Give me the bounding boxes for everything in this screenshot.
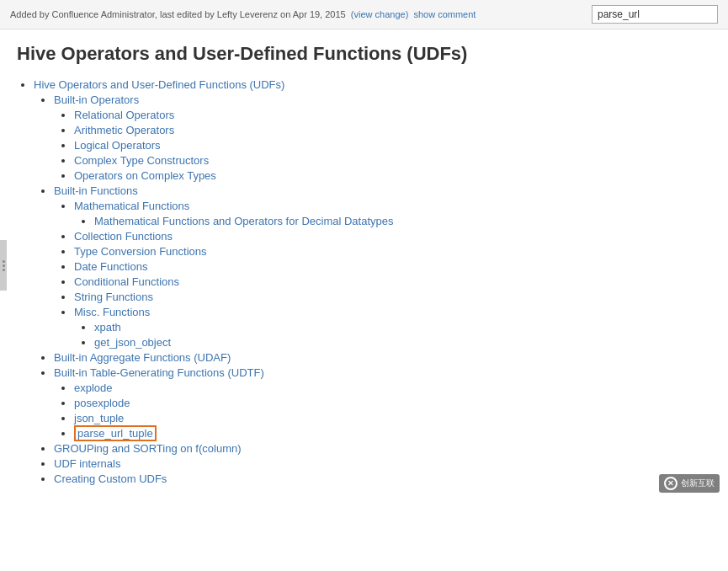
list-item: Built-in Aggregate Functions (UDAF): [54, 351, 711, 364]
list-item: Date Functions: [74, 260, 711, 273]
list-item: Operators on Complex Types: [74, 169, 711, 182]
list-item: String Functions: [74, 291, 711, 303]
search-input[interactable]: [592, 5, 718, 24]
builtin-aggregate-link[interactable]: Built-in Aggregate Functions (UDAF): [54, 351, 231, 364]
list-item: Mathematical Functions Mathematical Func…: [74, 200, 711, 227]
toc-level1: Built-in Operators Relational Operators …: [34, 93, 711, 485]
toc-level3: Mathematical Functions and Operators for…: [74, 215, 711, 227]
explode-link[interactable]: explode: [74, 382, 113, 394]
list-item: Collection Functions: [74, 230, 711, 243]
list-item: Creating Custom UDFs: [54, 472, 711, 485]
collection-functions-link[interactable]: Collection Functions: [74, 230, 173, 243]
toc-level2: Mathematical Functions Mathematical Func…: [54, 200, 711, 349]
list-item: posexplode: [74, 397, 711, 409]
list-item: explode: [74, 382, 711, 394]
misc-functions-link[interactable]: Misc. Functions: [74, 306, 150, 318]
type-conversion-functions-link[interactable]: Type Conversion Functions: [74, 245, 207, 258]
list-item: UDF internals: [54, 457, 711, 470]
get-json-object-link[interactable]: get_json_object: [94, 336, 171, 349]
parse-url-tuple-highlight: parse_url_tuple: [74, 425, 157, 441]
json-tuple-link[interactable]: json_tuple: [74, 412, 124, 424]
view-change-link[interactable]: (view change): [351, 9, 408, 19]
show-comment-link[interactable]: show comment: [413, 9, 476, 19]
mathematical-functions-link[interactable]: Mathematical Functions: [74, 200, 189, 212]
udf-internals-link[interactable]: UDF internals: [54, 457, 120, 470]
operators-complex-types-link[interactable]: Operators on Complex Types: [74, 169, 216, 182]
toc-root-item: Hive Operators and User-Defined Function…: [34, 78, 711, 485]
list-item: parse_url_tuple: [74, 427, 711, 440]
list-item: Mathematical Functions and Operators for…: [94, 215, 711, 227]
main-content: Hive Operators and User-Defined Function…: [0, 29, 728, 501]
xpath-link[interactable]: xpath: [94, 321, 121, 334]
grouping-sorting-link[interactable]: GROUPing and SORTing on f(column): [54, 442, 242, 455]
parse-url-tuple-link[interactable]: parse_url_tuple: [77, 427, 153, 440]
builtin-table-generating-link[interactable]: Built-in Table-Generating Functions (UDT…: [54, 366, 264, 379]
watermark-icon: ✕: [664, 477, 678, 490]
list-item: GROUPing and SORTing on f(column): [54, 442, 711, 455]
page-title: Hive Operators and User-Defined Function…: [17, 43, 711, 65]
list-item: Conditional Functions: [74, 275, 711, 288]
watermark-text: 创新互联: [681, 478, 715, 489]
date-functions-link[interactable]: Date Functions: [74, 260, 147, 273]
toc-level3: xpath get_json_object: [74, 321, 711, 349]
math-functions-decimal-link[interactable]: Mathematical Functions and Operators for…: [94, 215, 394, 227]
list-item: Arithmetic Operators: [74, 124, 711, 136]
toc-root: Hive Operators and User-Defined Function…: [17, 78, 711, 485]
conditional-functions-link[interactable]: Conditional Functions: [74, 275, 179, 288]
list-item: Logical Operators: [74, 139, 711, 152]
relational-operators-link[interactable]: Relational Operators: [74, 109, 174, 121]
meta-text: Added by Confluence Administrator, last …: [10, 9, 476, 19]
left-indicator: [0, 240, 7, 291]
creating-custom-udfs-link[interactable]: Creating Custom UDFs: [54, 472, 167, 485]
toc-root-link[interactable]: Hive Operators and User-Defined Function…: [34, 78, 284, 91]
complex-type-constructors-link[interactable]: Complex Type Constructors: [74, 154, 209, 167]
list-item: Complex Type Constructors: [74, 154, 711, 167]
watermark: ✕ 创新互联: [659, 474, 720, 493]
logical-operators-link[interactable]: Logical Operators: [74, 139, 161, 152]
list-item: Misc. Functions xpath get_json_object: [74, 306, 711, 349]
string-functions-link[interactable]: String Functions: [74, 291, 153, 303]
list-item: Type Conversion Functions: [74, 245, 711, 258]
list-item: json_tuple: [74, 412, 711, 424]
toc-level2: explode posexplode json_tuple parse_url_…: [54, 382, 711, 440]
posexplode-link[interactable]: posexplode: [74, 397, 130, 409]
arithmetic-operators-link[interactable]: Arithmetic Operators: [74, 124, 174, 136]
list-item: xpath: [94, 321, 711, 334]
builtin-functions-link[interactable]: Built-in Functions: [54, 184, 138, 197]
list-item: Relational Operators: [74, 109, 711, 121]
top-bar: Added by Confluence Administrator, last …: [0, 0, 728, 29]
list-item: Built-in Table-Generating Functions (UDT…: [54, 366, 711, 440]
list-item: Built-in Functions Mathematical Function…: [54, 184, 711, 349]
builtin-operators-link[interactable]: Built-in Operators: [54, 93, 139, 106]
list-item: Built-in Operators Relational Operators …: [54, 93, 711, 182]
toc-level2: Relational Operators Arithmetic Operator…: [54, 109, 711, 182]
list-item: get_json_object: [94, 336, 711, 349]
